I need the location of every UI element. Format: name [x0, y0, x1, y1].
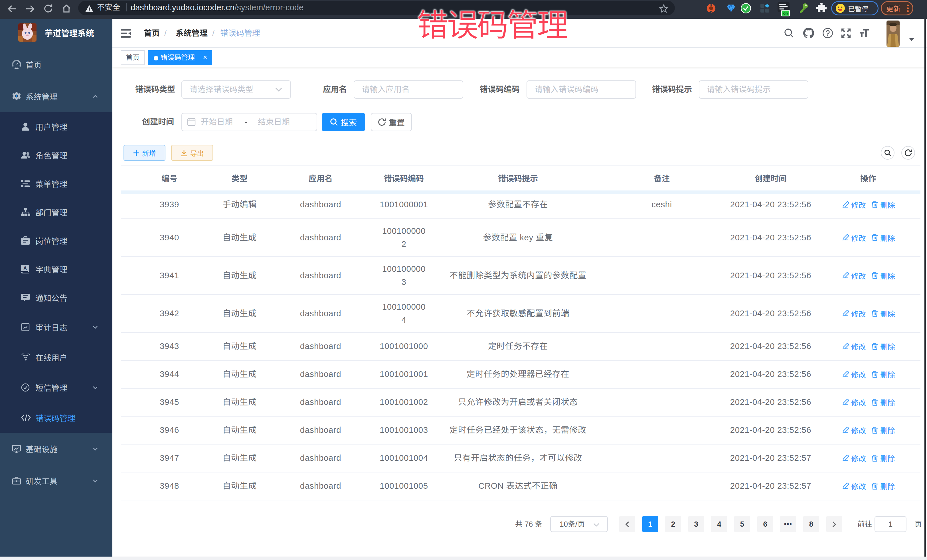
svg-text:A: A [23, 266, 27, 270]
svg-text:on: on [783, 11, 788, 15]
